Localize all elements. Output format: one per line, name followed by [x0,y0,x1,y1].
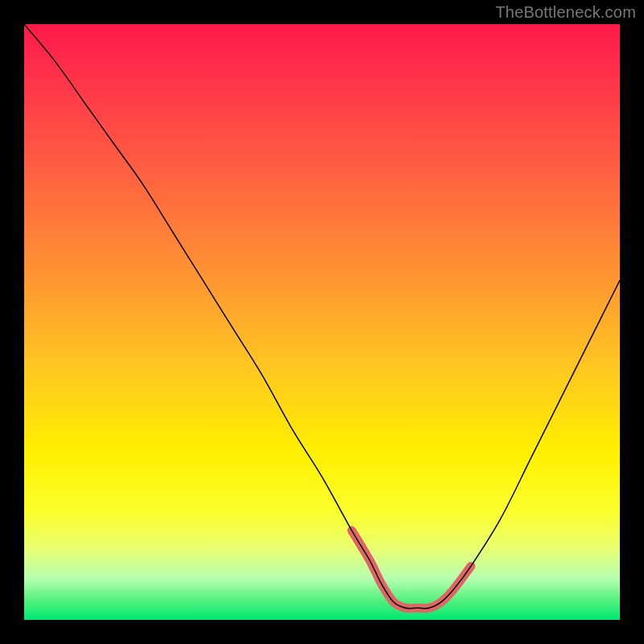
curve-layer [24,24,620,620]
watermark-text: TheBottleneck.com [495,3,636,22]
chart-frame: TheBottleneck.com [0,0,644,644]
accent-valley-segment [352,530,471,609]
bottleneck-curve-line [24,24,620,609]
plot-area [24,24,620,620]
